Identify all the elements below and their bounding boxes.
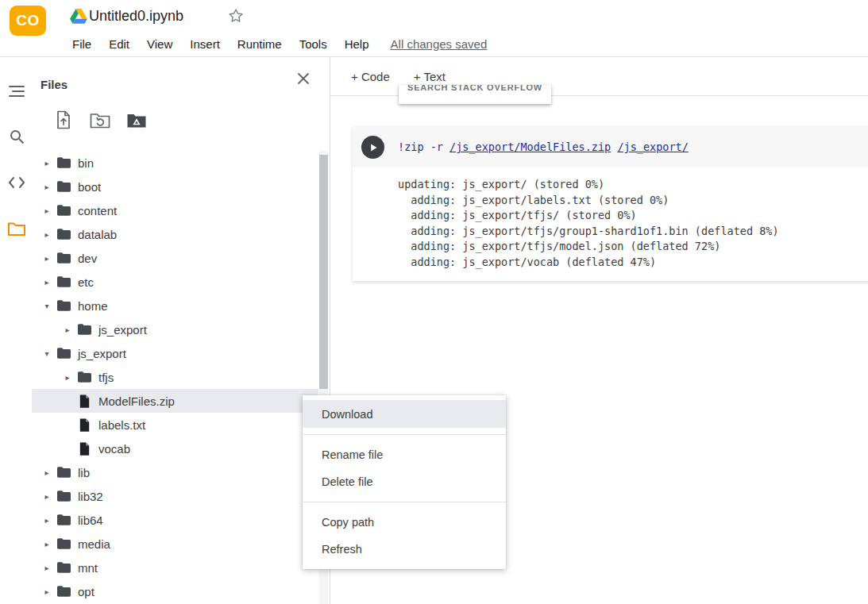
tree-item-label: boot: [78, 180, 101, 194]
tree-row[interactable]: ▸dev: [32, 246, 318, 270]
tree-row[interactable]: ▸lib64: [32, 508, 318, 532]
menu-tools[interactable]: Tools: [291, 35, 336, 53]
tree-row[interactable]: ▸datalab: [32, 222, 318, 246]
code-path-link-2[interactable]: /js_export/: [617, 140, 688, 153]
colab-logo[interactable]: CO: [10, 6, 46, 36]
tree-item-label: media: [78, 537, 110, 551]
menu-file[interactable]: File: [64, 35, 100, 53]
tree-item-label: datalab: [78, 228, 117, 241]
tree-row[interactable]: ▸opt: [32, 579, 318, 603]
tree-row[interactable]: ▸media: [32, 532, 318, 556]
code-command: !zip -r: [398, 140, 449, 153]
folder-icon: [54, 491, 73, 502]
mount-drive-icon[interactable]: [125, 110, 148, 130]
tree-item-label: lib64: [78, 514, 103, 527]
chevron-right-icon[interactable]: ▸: [40, 540, 54, 548]
refresh-folder-icon[interactable]: [89, 110, 111, 130]
cell-code-area[interactable]: !zip -r /js_export/ModelFiles.zip /js_ex…: [353, 127, 868, 167]
cell-code-line[interactable]: !zip -r /js_export/ModelFiles.zip /js_ex…: [398, 140, 689, 153]
context-menu-item[interactable]: Rename file: [303, 441, 506, 468]
file-icon: [75, 394, 94, 408]
folder-icon: [54, 348, 73, 359]
table-of-contents-icon[interactable]: [7, 82, 26, 101]
notebook-title[interactable]: Untitled0.ipynb: [89, 8, 183, 25]
chevron-right-icon[interactable]: ▸: [40, 492, 54, 501]
file-icon: [75, 418, 94, 432]
tree-item-label: ModelFiles.zip: [98, 394, 175, 408]
folder-icon: [54, 276, 73, 287]
tree-item-label: opt: [78, 585, 95, 598]
menu-edit[interactable]: Edit: [100, 35, 138, 53]
tree-row[interactable]: ▸mnt: [32, 556, 318, 579]
tree-row[interactable]: labels.txt: [32, 413, 318, 437]
folder-icon: [54, 562, 73, 573]
tree-row[interactable]: ▸bin: [32, 151, 318, 175]
chevron-right-icon[interactable]: ▸: [40, 159, 54, 167]
header: CO Untitled0.ipynb FileEditViewInsertRun…: [0, 0, 868, 57]
menu-bar: FileEditViewInsertRuntimeToolsHelp All c…: [64, 33, 487, 54]
files-tab-folder-icon[interactable]: [7, 219, 26, 238]
star-icon[interactable]: [228, 8, 244, 27]
menu-divider: [303, 434, 506, 435]
tree-item-label: dev: [78, 252, 97, 265]
tree-row[interactable]: ▾js_export: [32, 341, 318, 365]
code-snippets-icon[interactable]: [7, 173, 26, 192]
colab-logo-text: CO: [16, 12, 40, 29]
chevron-right-icon[interactable]: ▸: [40, 230, 54, 239]
folder-icon: [54, 538, 73, 549]
chevron-right-icon[interactable]: ▸: [40, 564, 54, 572]
chevron-right-icon[interactable]: ▸: [40, 587, 54, 596]
add-text-button[interactable]: + Text: [414, 70, 446, 83]
close-icon[interactable]: [296, 71, 311, 89]
changes-saved-link[interactable]: All changes saved: [391, 37, 488, 51]
tree-row[interactable]: ▸etc: [32, 270, 318, 294]
tree-row[interactable]: ▸boot: [32, 175, 318, 198]
code-path-link-1[interactable]: /js_export/ModelFiles.zip: [449, 140, 611, 153]
chevron-right-icon[interactable]: ▸: [40, 468, 54, 477]
menu-help[interactable]: Help: [336, 35, 378, 53]
chevron-right-icon[interactable]: ▸: [60, 325, 75, 334]
add-code-button[interactable]: + Code: [351, 70, 390, 83]
context-menu-item[interactable]: Copy path: [303, 509, 506, 536]
chevron-right-icon[interactable]: ▸: [40, 516, 54, 525]
chevron-right-icon[interactable]: ▸: [60, 373, 75, 382]
tree-row[interactable]: ▸js_export: [32, 317, 318, 341]
chevron-right-icon[interactable]: ▸: [40, 183, 54, 191]
tree-row[interactable]: ▸lib: [32, 460, 318, 484]
chevron-right-icon[interactable]: ▸: [40, 206, 54, 215]
folder-icon: [54, 157, 73, 168]
context-menu-item[interactable]: Delete file: [303, 468, 506, 495]
tree-row[interactable]: ▸lib32: [32, 484, 318, 508]
upload-file-icon[interactable]: [52, 110, 75, 130]
folder-icon: [54, 181, 73, 192]
tree-item-label: mnt: [78, 561, 98, 575]
files-panel-title: Files: [41, 78, 68, 91]
menu-runtime[interactable]: Runtime: [229, 35, 291, 53]
chevron-right-icon[interactable]: ▸: [40, 254, 54, 263]
chevron-right-icon[interactable]: ▸: [40, 278, 54, 287]
file-tree: ▸bin▸boot▸content▸datalab▸dev▸etc▾home▸j…: [32, 151, 318, 603]
chevron-down-icon[interactable]: ▾: [40, 302, 54, 310]
tree-item-label: etc: [78, 275, 94, 289]
menu-view[interactable]: View: [138, 35, 181, 53]
search-stack-overflow-button[interactable]: SEARCH STACK OVERFLOW: [399, 85, 551, 104]
folder-icon: [54, 229, 73, 240]
run-cell-button[interactable]: [361, 136, 384, 159]
tree-row[interactable]: ▸content: [32, 198, 318, 222]
folder-icon: [75, 371, 94, 383]
menu-divider: [303, 502, 506, 502]
files-panel: Files: [32, 57, 330, 604]
tree-row[interactable]: ModelFiles.zip: [32, 389, 318, 413]
chevron-down-icon[interactable]: ▾: [40, 349, 54, 358]
context-menu-item[interactable]: Download: [303, 400, 506, 428]
tree-item-label: js_export: [78, 347, 126, 360]
search-icon[interactable]: [7, 127, 26, 146]
tree-row[interactable]: ▾home: [32, 294, 318, 317]
files-scrollbar-thumb[interactable]: [319, 155, 328, 389]
folder-icon: [75, 324, 94, 335]
tree-item-label: bin: [78, 156, 94, 170]
tree-row[interactable]: ▸tfjs: [32, 365, 318, 389]
menu-insert[interactable]: Insert: [181, 35, 229, 53]
context-menu-item[interactable]: Refresh: [303, 536, 506, 563]
tree-row[interactable]: vocab: [32, 437, 318, 460]
